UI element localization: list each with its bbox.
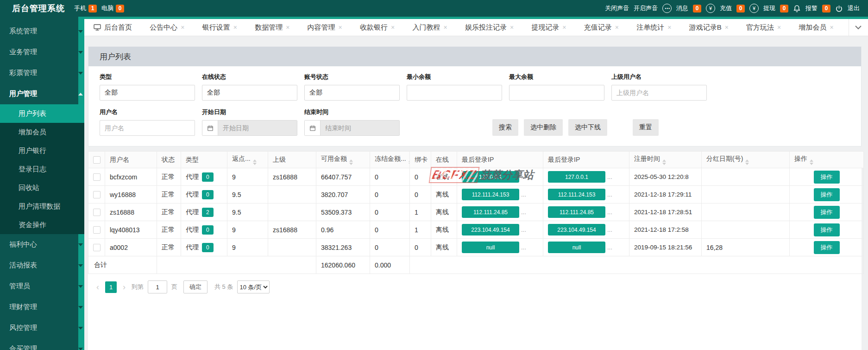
- min-balance-input[interactable]: [407, 85, 502, 101]
- close-icon[interactable]: ×: [830, 24, 834, 31]
- close-icon[interactable]: ×: [725, 24, 729, 31]
- online-status-select[interactable]: [202, 85, 297, 101]
- sidebar-item-user-list[interactable]: 用户列表: [0, 104, 84, 123]
- close-icon[interactable]: ×: [233, 24, 237, 31]
- close-icon[interactable]: ×: [286, 24, 289, 31]
- ip-button[interactable]: 112.111.24.85: [548, 206, 605, 218]
- ip-button[interactable]: 112.111.24.153: [548, 189, 605, 200]
- tab-game-records[interactable]: 游戏记录B×: [686, 23, 731, 32]
- tab-withdraw-records[interactable]: 提现记录×: [528, 23, 569, 32]
- ip-button[interactable]: 127.0.0.1: [462, 171, 519, 183]
- tab-bank-settings[interactable]: 银行设置×: [200, 23, 240, 32]
- ip-button[interactable]: 223.104.49.154: [548, 224, 605, 235]
- tab-bet-records[interactable]: 娱乐投注记录×: [462, 23, 516, 32]
- parent-username-input[interactable]: [611, 85, 707, 101]
- row-checkbox[interactable]: [93, 173, 101, 181]
- withdraw-label[interactable]: 提现: [763, 4, 775, 13]
- close-icon[interactable]: ×: [181, 24, 184, 31]
- ip-button[interactable]: null: [548, 242, 605, 253]
- tab-tutorial[interactable]: 入门教程×: [409, 23, 450, 32]
- start-date-input[interactable]: [218, 121, 297, 135]
- sidebar-item-recycle-bin[interactable]: 回收站: [0, 178, 84, 197]
- sidebar-item-risk[interactable]: 风控管理: [0, 318, 84, 338]
- page-size-select[interactable]: 10 条/页: [237, 280, 270, 293]
- prev-page-icon[interactable]: ‹: [94, 283, 101, 291]
- action-button[interactable]: 操作: [814, 171, 840, 184]
- tab-official-play[interactable]: 官方玩法×: [743, 23, 784, 32]
- withdraw-yen-icon[interactable]: ¥: [749, 4, 759, 13]
- tab-add-member[interactable]: 增加会员×: [796, 23, 837, 32]
- sidebar-item-group-buy[interactable]: 合买管理: [0, 338, 84, 350]
- logout-button[interactable]: 退出: [848, 4, 860, 13]
- close-icon[interactable]: ×: [510, 24, 514, 31]
- recharge-yen-icon[interactable]: ¥: [706, 4, 715, 13]
- alarm-label[interactable]: 报警: [805, 4, 818, 13]
- reset-button[interactable]: 重置: [633, 119, 659, 136]
- sidebar-item-user-clean[interactable]: 用户清理数据: [0, 197, 84, 216]
- message-bubble-icon[interactable]: ⋯: [662, 4, 672, 13]
- sidebar-item-add-member[interactable]: 增加会员: [0, 123, 84, 141]
- close-icon[interactable]: ×: [562, 24, 566, 31]
- sort-icon[interactable]: [349, 159, 353, 165]
- close-icon[interactable]: ×: [615, 24, 619, 31]
- col-action[interactable]: 操作: [790, 152, 864, 168]
- sidebar-item-lottery[interactable]: 彩票管理: [0, 63, 84, 83]
- col-rebate[interactable]: 返点...: [227, 152, 268, 168]
- offline-selected-button[interactable]: 选中下线: [568, 119, 607, 136]
- tab-home[interactable]: 后台首页: [91, 23, 135, 32]
- ip-button[interactable]: 127.0.0.1: [548, 171, 605, 183]
- tab-content-management[interactable]: 内容管理×: [305, 23, 345, 32]
- sidebar-item-welfare[interactable]: 福利中心: [0, 234, 84, 255]
- type-select[interactable]: [100, 85, 195, 101]
- username-input[interactable]: [100, 120, 195, 136]
- row-checkbox[interactable]: [93, 209, 101, 216]
- confirm-button[interactable]: 确定: [183, 280, 208, 293]
- col-dividend[interactable]: 分红日期(号): [702, 152, 790, 168]
- row-checkbox[interactable]: [93, 226, 101, 234]
- tab-overflow-button[interactable]: [849, 19, 868, 36]
- sidebar-item-finance[interactable]: 理财管理: [0, 297, 84, 318]
- sidebar-item-login-log[interactable]: 登录日志: [0, 160, 84, 178]
- sort-icon[interactable]: [810, 159, 813, 165]
- sidebar-item-user-management[interactable]: 用户管理: [0, 83, 84, 104]
- col-balance[interactable]: 可用金额: [316, 152, 370, 168]
- action-button[interactable]: 操作: [814, 223, 840, 236]
- message-label[interactable]: 消息: [676, 4, 688, 13]
- ip-button[interactable]: 112.111.24.153: [462, 189, 519, 200]
- ip-button[interactable]: 112.111.24.85: [462, 206, 519, 218]
- bell-icon[interactable]: [793, 5, 801, 13]
- close-icon[interactable]: ×: [777, 24, 781, 31]
- sort-icon[interactable]: [253, 159, 257, 165]
- page-number-button[interactable]: 1: [105, 281, 117, 293]
- recharge-label[interactable]: 充值: [720, 4, 732, 13]
- tab-announcement[interactable]: 公告中心×: [147, 23, 187, 32]
- sidebar-item-system[interactable]: 系统管理: [0, 21, 84, 42]
- row-checkbox[interactable]: [93, 191, 101, 198]
- tab-order-stats[interactable]: 注单统计×: [634, 23, 674, 32]
- tab-recharge-records[interactable]: 充值记录×: [581, 23, 622, 32]
- account-status-select[interactable]: [304, 85, 400, 101]
- sound-on-button[interactable]: 开启声音: [634, 4, 658, 13]
- tab-receiving-bank[interactable]: 收款银行×: [357, 23, 397, 32]
- delete-selected-button[interactable]: 选中删除: [524, 119, 563, 136]
- tab-data-management[interactable]: 数据管理×: [252, 23, 292, 32]
- action-button[interactable]: 操作: [814, 206, 840, 219]
- close-icon[interactable]: ×: [391, 24, 395, 31]
- sidebar-item-admin[interactable]: 管理员: [0, 276, 84, 297]
- ip-button[interactable]: 223.104.49.154: [462, 224, 519, 235]
- sidebar-item-activity-report[interactable]: 活动报表: [0, 255, 84, 276]
- sort-icon[interactable]: [662, 159, 666, 165]
- sidebar-item-fund-operation[interactable]: 资金操作: [0, 216, 84, 234]
- col-reg-time[interactable]: 注册时间: [629, 152, 702, 168]
- goto-page-input[interactable]: [148, 280, 167, 293]
- close-icon[interactable]: ×: [443, 24, 447, 31]
- end-time-input[interactable]: [321, 121, 399, 135]
- close-icon[interactable]: ×: [339, 24, 342, 31]
- sort-icon[interactable]: [745, 159, 749, 165]
- sound-off-button[interactable]: 关闭声音: [605, 4, 629, 13]
- ip-button[interactable]: null: [462, 242, 519, 253]
- sidebar-item-business[interactable]: 业务管理: [0, 42, 84, 63]
- select-all-checkbox[interactable]: [93, 156, 101, 164]
- sidebar-item-user-bank[interactable]: 用户银行: [0, 141, 84, 160]
- col-frozen[interactable]: 冻结金额...: [370, 152, 410, 168]
